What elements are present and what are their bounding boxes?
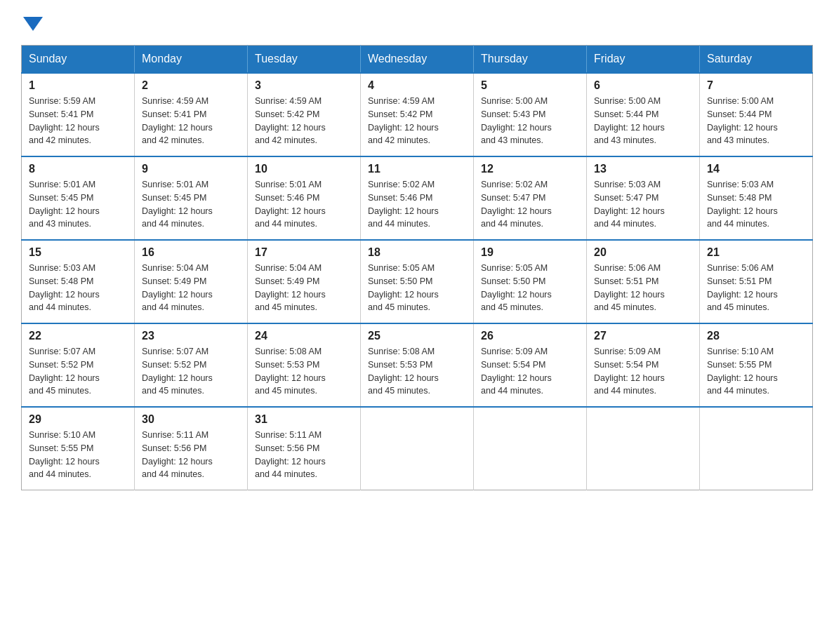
day-info: Sunrise: 5:59 AMSunset: 5:41 PMDaylight:…	[29, 95, 127, 147]
column-header-friday: Friday	[587, 46, 700, 74]
calendar-day: 2 Sunrise: 4:59 AMSunset: 5:41 PMDayligh…	[135, 73, 248, 156]
calendar-day: 14 Sunrise: 5:03 AMSunset: 5:48 PMDaylig…	[700, 156, 813, 240]
calendar-table: SundayMondayTuesdayWednesdayThursdayFrid…	[21, 45, 813, 490]
calendar-day	[587, 407, 700, 490]
calendar-day: 21 Sunrise: 5:06 AMSunset: 5:51 PMDaylig…	[700, 240, 813, 323]
logo-triangle-icon	[23, 17, 43, 31]
calendar-day: 3 Sunrise: 4:59 AMSunset: 5:42 PMDayligh…	[248, 73, 361, 156]
calendar-day: 13 Sunrise: 5:03 AMSunset: 5:47 PMDaylig…	[587, 156, 700, 240]
day-info: Sunrise: 5:01 AMSunset: 5:46 PMDaylight:…	[255, 178, 353, 231]
column-header-monday: Monday	[135, 46, 248, 74]
day-number: 21	[707, 246, 805, 259]
calendar-day: 6 Sunrise: 5:00 AMSunset: 5:44 PMDayligh…	[587, 73, 700, 156]
calendar-day: 8 Sunrise: 5:01 AMSunset: 5:45 PMDayligh…	[22, 156, 135, 240]
column-header-sunday: Sunday	[22, 46, 135, 74]
day-info: Sunrise: 4:59 AMSunset: 5:42 PMDaylight:…	[255, 95, 353, 147]
day-number: 22	[29, 330, 127, 342]
day-number: 11	[368, 163, 466, 175]
day-number: 16	[142, 246, 240, 259]
column-header-thursday: Thursday	[474, 46, 587, 74]
day-info: Sunrise: 5:07 AMSunset: 5:52 PMDaylight:…	[29, 345, 127, 398]
logo	[21, 14, 43, 31]
calendar-day	[474, 407, 587, 490]
calendar-day: 22 Sunrise: 5:07 AMSunset: 5:52 PMDaylig…	[22, 323, 135, 407]
day-number: 5	[481, 79, 579, 92]
day-number: 19	[481, 246, 579, 259]
calendar-day: 12 Sunrise: 5:02 AMSunset: 5:47 PMDaylig…	[474, 156, 587, 240]
calendar-day: 15 Sunrise: 5:03 AMSunset: 5:48 PMDaylig…	[22, 240, 135, 323]
day-number: 17	[255, 246, 353, 259]
calendar-day: 19 Sunrise: 5:05 AMSunset: 5:50 PMDaylig…	[474, 240, 587, 323]
calendar-day: 16 Sunrise: 5:04 AMSunset: 5:49 PMDaylig…	[135, 240, 248, 323]
day-number: 9	[142, 163, 240, 175]
day-info: Sunrise: 5:07 AMSunset: 5:52 PMDaylight:…	[142, 345, 240, 398]
day-info: Sunrise: 5:09 AMSunset: 5:54 PMDaylight:…	[594, 345, 692, 398]
day-number: 20	[594, 246, 692, 259]
day-info: Sunrise: 5:10 AMSunset: 5:55 PMDaylight:…	[29, 429, 127, 481]
calendar-day: 28 Sunrise: 5:10 AMSunset: 5:55 PMDaylig…	[700, 323, 813, 407]
calendar-day: 29 Sunrise: 5:10 AMSunset: 5:55 PMDaylig…	[22, 407, 135, 490]
day-info: Sunrise: 5:09 AMSunset: 5:54 PMDaylight:…	[481, 345, 579, 398]
calendar-day: 25 Sunrise: 5:08 AMSunset: 5:53 PMDaylig…	[361, 323, 474, 407]
calendar-week-3: 15 Sunrise: 5:03 AMSunset: 5:48 PMDaylig…	[22, 240, 813, 323]
day-number: 7	[707, 79, 805, 92]
day-info: Sunrise: 5:00 AMSunset: 5:44 PMDaylight:…	[594, 95, 692, 147]
calendar-day: 7 Sunrise: 5:00 AMSunset: 5:44 PMDayligh…	[700, 73, 813, 156]
day-info: Sunrise: 5:06 AMSunset: 5:51 PMDaylight:…	[594, 262, 692, 314]
day-number: 8	[29, 163, 127, 175]
day-number: 28	[707, 330, 805, 342]
column-header-wednesday: Wednesday	[361, 46, 474, 74]
day-number: 30	[142, 413, 240, 426]
day-info: Sunrise: 5:00 AMSunset: 5:44 PMDaylight:…	[707, 95, 805, 147]
day-number: 26	[481, 330, 579, 342]
day-info: Sunrise: 5:05 AMSunset: 5:50 PMDaylight:…	[368, 262, 466, 314]
day-info: Sunrise: 5:02 AMSunset: 5:47 PMDaylight:…	[481, 178, 579, 231]
day-number: 24	[255, 330, 353, 342]
day-number: 23	[142, 330, 240, 342]
calendar-day: 20 Sunrise: 5:06 AMSunset: 5:51 PMDaylig…	[587, 240, 700, 323]
calendar-week-1: 1 Sunrise: 5:59 AMSunset: 5:41 PMDayligh…	[22, 73, 813, 156]
day-info: Sunrise: 5:08 AMSunset: 5:53 PMDaylight:…	[368, 345, 466, 398]
column-header-saturday: Saturday	[700, 46, 813, 74]
day-info: Sunrise: 5:01 AMSunset: 5:45 PMDaylight:…	[142, 178, 240, 231]
calendar-day: 10 Sunrise: 5:01 AMSunset: 5:46 PMDaylig…	[248, 156, 361, 240]
calendar-day: 17 Sunrise: 5:04 AMSunset: 5:49 PMDaylig…	[248, 240, 361, 323]
calendar-day: 26 Sunrise: 5:09 AMSunset: 5:54 PMDaylig…	[474, 323, 587, 407]
calendar-day: 9 Sunrise: 5:01 AMSunset: 5:45 PMDayligh…	[135, 156, 248, 240]
day-number: 6	[594, 79, 692, 92]
calendar-day: 1 Sunrise: 5:59 AMSunset: 5:41 PMDayligh…	[22, 73, 135, 156]
day-number: 18	[368, 246, 466, 259]
calendar-header-row: SundayMondayTuesdayWednesdayThursdayFrid…	[22, 46, 813, 74]
day-info: Sunrise: 5:06 AMSunset: 5:51 PMDaylight:…	[707, 262, 805, 314]
calendar-day: 5 Sunrise: 5:00 AMSunset: 5:43 PMDayligh…	[474, 73, 587, 156]
day-info: Sunrise: 4:59 AMSunset: 5:42 PMDaylight:…	[368, 95, 466, 147]
day-info: Sunrise: 5:05 AMSunset: 5:50 PMDaylight:…	[481, 262, 579, 314]
day-number: 10	[255, 163, 353, 175]
calendar-day: 31 Sunrise: 5:11 AMSunset: 5:56 PMDaylig…	[248, 407, 361, 490]
day-number: 2	[142, 79, 240, 92]
day-info: Sunrise: 5:00 AMSunset: 5:43 PMDaylight:…	[481, 95, 579, 147]
day-number: 29	[29, 413, 127, 426]
day-number: 25	[368, 330, 466, 342]
calendar-day: 4 Sunrise: 4:59 AMSunset: 5:42 PMDayligh…	[361, 73, 474, 156]
calendar-day: 11 Sunrise: 5:02 AMSunset: 5:46 PMDaylig…	[361, 156, 474, 240]
day-number: 4	[368, 79, 466, 92]
day-info: Sunrise: 5:02 AMSunset: 5:46 PMDaylight:…	[368, 178, 466, 231]
day-info: Sunrise: 4:59 AMSunset: 5:41 PMDaylight:…	[142, 95, 240, 147]
calendar-week-2: 8 Sunrise: 5:01 AMSunset: 5:45 PMDayligh…	[22, 156, 813, 240]
calendar-day: 27 Sunrise: 5:09 AMSunset: 5:54 PMDaylig…	[587, 323, 700, 407]
calendar-day: 18 Sunrise: 5:05 AMSunset: 5:50 PMDaylig…	[361, 240, 474, 323]
calendar-day	[700, 407, 813, 490]
calendar-day: 30 Sunrise: 5:11 AMSunset: 5:56 PMDaylig…	[135, 407, 248, 490]
calendar-day: 24 Sunrise: 5:08 AMSunset: 5:53 PMDaylig…	[248, 323, 361, 407]
column-header-tuesday: Tuesday	[248, 46, 361, 74]
calendar-day: 23 Sunrise: 5:07 AMSunset: 5:52 PMDaylig…	[135, 323, 248, 407]
day-info: Sunrise: 5:03 AMSunset: 5:47 PMDaylight:…	[594, 178, 692, 231]
day-number: 3	[255, 79, 353, 92]
calendar-week-4: 22 Sunrise: 5:07 AMSunset: 5:52 PMDaylig…	[22, 323, 813, 407]
day-number: 1	[29, 79, 127, 92]
day-number: 27	[594, 330, 692, 342]
day-info: Sunrise: 5:11 AMSunset: 5:56 PMDaylight:…	[255, 429, 353, 481]
day-info: Sunrise: 5:08 AMSunset: 5:53 PMDaylight:…	[255, 345, 353, 398]
day-info: Sunrise: 5:10 AMSunset: 5:55 PMDaylight:…	[707, 345, 805, 398]
